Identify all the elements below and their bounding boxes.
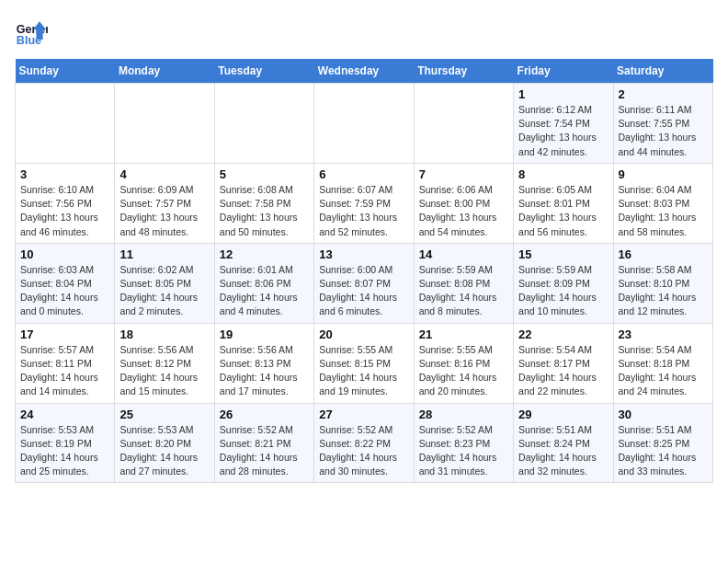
day-info: Sunrise: 6:10 AMSunset: 7:56 PMDaylight:…	[20, 183, 109, 239]
day-info: Sunrise: 5:51 AMSunset: 8:24 PMDaylight:…	[518, 423, 608, 479]
calendar-cell	[414, 84, 513, 164]
day-info: Sunrise: 6:05 AMSunset: 8:01 PMDaylight:…	[518, 183, 608, 239]
day-number: 14	[419, 247, 508, 261]
day-info: Sunrise: 6:09 AMSunset: 7:57 PMDaylight:…	[119, 183, 209, 239]
calendar-cell: 26Sunrise: 5:52 AMSunset: 8:21 PMDayligh…	[214, 403, 313, 483]
calendar-cell: 4Sunrise: 6:09 AMSunset: 7:57 PMDaylight…	[115, 163, 214, 243]
day-number: 12	[220, 247, 309, 261]
day-info: Sunrise: 5:53 AMSunset: 8:20 PMDaylight:…	[119, 423, 209, 479]
calendar-week-row: 24Sunrise: 5:53 AMSunset: 8:19 PMDayligh…	[16, 403, 713, 483]
calendar-cell: 18Sunrise: 5:56 AMSunset: 8:12 PMDayligh…	[115, 323, 214, 403]
day-info: Sunrise: 5:57 AMSunset: 8:11 PMDaylight:…	[20, 343, 109, 399]
calendar-cell: 12Sunrise: 6:01 AMSunset: 8:06 PMDayligh…	[214, 243, 313, 323]
calendar-cell: 6Sunrise: 6:07 AMSunset: 7:59 PMDaylight…	[314, 163, 414, 243]
calendar-cell: 30Sunrise: 5:51 AMSunset: 8:25 PMDayligh…	[613, 403, 712, 483]
day-number: 27	[319, 408, 408, 421]
day-number: 16	[619, 247, 708, 261]
calendar-cell: 19Sunrise: 5:56 AMSunset: 8:13 PMDayligh…	[214, 323, 313, 403]
day-info: Sunrise: 5:52 AMSunset: 8:23 PMDaylight:…	[419, 423, 508, 479]
day-info: Sunrise: 6:07 AMSunset: 7:59 PMDaylight:…	[319, 183, 408, 239]
day-number: 10	[20, 247, 109, 261]
day-info: Sunrise: 6:03 AMSunset: 8:04 PMDaylight:…	[20, 263, 109, 319]
day-info: Sunrise: 6:08 AMSunset: 7:58 PMDaylight:…	[220, 183, 309, 239]
day-info: Sunrise: 5:59 AMSunset: 8:08 PMDaylight:…	[419, 263, 508, 319]
calendar-cell: 2Sunrise: 6:11 AMSunset: 7:55 PMDaylight…	[613, 84, 712, 164]
weekday-header: Monday	[115, 59, 214, 84]
calendar-cell: 17Sunrise: 5:57 AMSunset: 8:11 PMDayligh…	[16, 323, 115, 403]
day-info: Sunrise: 6:04 AMSunset: 8:03 PMDaylight:…	[619, 183, 708, 239]
day-info: Sunrise: 5:55 AMSunset: 8:16 PMDaylight:…	[419, 343, 508, 399]
day-number: 21	[419, 327, 508, 341]
calendar-cell: 15Sunrise: 5:59 AMSunset: 8:09 PMDayligh…	[514, 243, 613, 323]
calendar-cell: 27Sunrise: 5:52 AMSunset: 8:22 PMDayligh…	[314, 403, 414, 483]
calendar-cell: 24Sunrise: 5:53 AMSunset: 8:19 PMDayligh…	[16, 403, 115, 483]
day-number: 1	[518, 87, 608, 101]
day-info: Sunrise: 5:51 AMSunset: 8:25 PMDaylight:…	[619, 423, 708, 479]
logo: General Blue	[15, 15, 51, 48]
calendar-cell	[16, 84, 115, 164]
day-info: Sunrise: 6:06 AMSunset: 8:00 PMDaylight:…	[419, 183, 508, 239]
day-number: 9	[619, 167, 708, 181]
day-number: 8	[518, 167, 608, 181]
calendar-cell: 22Sunrise: 5:54 AMSunset: 8:17 PMDayligh…	[514, 323, 613, 403]
logo-icon: General Blue	[15, 15, 48, 48]
calendar-week-row: 10Sunrise: 6:03 AMSunset: 8:04 PMDayligh…	[16, 243, 713, 323]
calendar-cell: 5Sunrise: 6:08 AMSunset: 7:58 PMDaylight…	[214, 163, 313, 243]
calendar-cell: 25Sunrise: 5:53 AMSunset: 8:20 PMDayligh…	[115, 403, 214, 483]
weekday-header: Tuesday	[214, 59, 313, 84]
day-info: Sunrise: 6:11 AMSunset: 7:55 PMDaylight:…	[619, 103, 708, 159]
day-number: 20	[319, 327, 408, 341]
weekday-header: Sunday	[16, 59, 115, 84]
weekday-header: Wednesday	[314, 59, 414, 84]
weekday-header: Saturday	[613, 59, 712, 84]
calendar-cell: 10Sunrise: 6:03 AMSunset: 8:04 PMDayligh…	[16, 243, 115, 323]
day-number: 29	[518, 408, 608, 421]
day-number: 19	[220, 327, 309, 341]
calendar-cell	[214, 84, 313, 164]
calendar-week-row: 17Sunrise: 5:57 AMSunset: 8:11 PMDayligh…	[16, 323, 713, 403]
day-info: Sunrise: 5:56 AMSunset: 8:12 PMDaylight:…	[119, 343, 209, 399]
calendar-cell	[115, 84, 214, 164]
day-number: 25	[119, 408, 209, 421]
calendar-cell: 7Sunrise: 6:06 AMSunset: 8:00 PMDaylight…	[414, 163, 513, 243]
calendar-week-row: 1Sunrise: 6:12 AMSunset: 7:54 PMDaylight…	[16, 84, 713, 164]
day-info: Sunrise: 6:02 AMSunset: 8:05 PMDaylight:…	[119, 263, 209, 319]
calendar-cell: 14Sunrise: 5:59 AMSunset: 8:08 PMDayligh…	[414, 243, 513, 323]
day-number: 6	[319, 167, 408, 181]
day-number: 2	[619, 87, 708, 101]
day-number: 30	[619, 408, 708, 421]
day-number: 28	[419, 408, 508, 421]
weekday-header: Thursday	[414, 59, 513, 84]
day-info: Sunrise: 5:59 AMSunset: 8:09 PMDaylight:…	[518, 263, 608, 319]
calendar-cell: 20Sunrise: 5:55 AMSunset: 8:15 PMDayligh…	[314, 323, 414, 403]
day-info: Sunrise: 5:54 AMSunset: 8:17 PMDaylight:…	[518, 343, 608, 399]
day-number: 26	[220, 408, 309, 421]
page-header: General Blue	[15, 15, 713, 48]
calendar-week-row: 3Sunrise: 6:10 AMSunset: 7:56 PMDaylight…	[16, 163, 713, 243]
calendar-cell	[314, 84, 414, 164]
calendar-cell: 9Sunrise: 6:04 AMSunset: 8:03 PMDaylight…	[613, 163, 712, 243]
calendar-cell: 13Sunrise: 6:00 AMSunset: 8:07 PMDayligh…	[314, 243, 414, 323]
day-number: 4	[119, 167, 209, 181]
calendar-cell: 1Sunrise: 6:12 AMSunset: 7:54 PMDaylight…	[514, 84, 613, 164]
calendar-cell: 21Sunrise: 5:55 AMSunset: 8:16 PMDayligh…	[414, 323, 513, 403]
day-number: 24	[20, 408, 109, 421]
calendar-cell: 8Sunrise: 6:05 AMSunset: 8:01 PMDaylight…	[514, 163, 613, 243]
day-info: Sunrise: 6:12 AMSunset: 7:54 PMDaylight:…	[518, 103, 608, 159]
calendar-cell: 11Sunrise: 6:02 AMSunset: 8:05 PMDayligh…	[115, 243, 214, 323]
day-number: 7	[419, 167, 508, 181]
day-info: Sunrise: 5:52 AMSunset: 8:21 PMDaylight:…	[220, 423, 309, 479]
calendar-header-row: SundayMondayTuesdayWednesdayThursdayFrid…	[16, 59, 713, 84]
day-info: Sunrise: 5:54 AMSunset: 8:18 PMDaylight:…	[619, 343, 708, 399]
day-info: Sunrise: 5:58 AMSunset: 8:10 PMDaylight:…	[619, 263, 708, 319]
calendar-cell: 29Sunrise: 5:51 AMSunset: 8:24 PMDayligh…	[514, 403, 613, 483]
calendar-cell: 23Sunrise: 5:54 AMSunset: 8:18 PMDayligh…	[613, 323, 712, 403]
day-info: Sunrise: 6:01 AMSunset: 8:06 PMDaylight:…	[220, 263, 309, 319]
day-number: 11	[119, 247, 209, 261]
day-info: Sunrise: 5:56 AMSunset: 8:13 PMDaylight:…	[220, 343, 309, 399]
day-info: Sunrise: 5:53 AMSunset: 8:19 PMDaylight:…	[20, 423, 109, 479]
calendar-cell: 3Sunrise: 6:10 AMSunset: 7:56 PMDaylight…	[16, 163, 115, 243]
day-info: Sunrise: 6:00 AMSunset: 8:07 PMDaylight:…	[319, 263, 408, 319]
day-number: 13	[319, 247, 408, 261]
day-number: 17	[20, 327, 109, 341]
